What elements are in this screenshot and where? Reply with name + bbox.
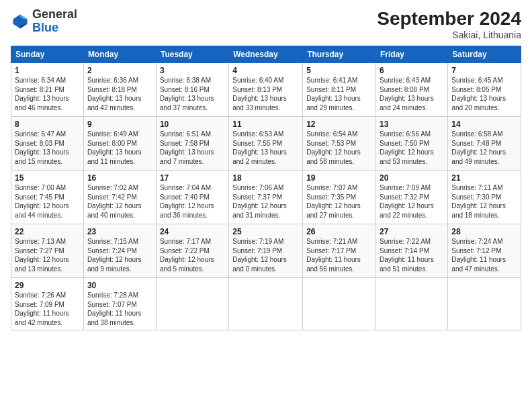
day-number: 14: [451, 120, 517, 129]
day-info: Sunrise: 7:07 AM Sunset: 7:35 PM Dayligh…: [306, 183, 372, 220]
logo-icon: [11, 12, 30, 31]
day-info: Sunrise: 6:41 AM Sunset: 8:11 PM Dayligh…: [306, 76, 372, 112]
day-number: 17: [160, 173, 225, 183]
day-info: Sunrise: 6:53 AM Sunset: 7:55 PM Dayligh…: [232, 130, 299, 166]
day-info: Sunrise: 6:54 AM Sunset: 7:53 PM Dayligh…: [306, 130, 372, 166]
day-info: Sunrise: 7:13 AM Sunset: 7:27 PM Dayligh…: [15, 237, 80, 273]
logo-general: General: [32, 7, 77, 21]
day-info: Sunrise: 7:26 AM Sunset: 7:09 PM Dayligh…: [15, 291, 80, 327]
month-title: September 2024: [377, 8, 521, 30]
day-number: 26: [306, 227, 372, 236]
day-info: Sunrise: 6:45 AM Sunset: 8:05 PM Dayligh…: [451, 76, 517, 112]
day-number: 4: [232, 66, 299, 75]
logo: General Blue: [11, 8, 77, 35]
day-number: 20: [380, 173, 444, 183]
day-info: Sunrise: 6:43 AM Sunset: 8:08 PM Dayligh…: [380, 76, 444, 112]
calendar-cell: 9Sunrise: 6:49 AM Sunset: 8:00 PM Daylig…: [83, 117, 156, 171]
calendar-cell: 22Sunrise: 7:13 AM Sunset: 7:27 PM Dayli…: [11, 224, 84, 278]
calendar-cell: 23Sunrise: 7:15 AM Sunset: 7:24 PM Dayli…: [83, 224, 156, 278]
day-info: Sunrise: 7:17 AM Sunset: 7:22 PM Dayligh…: [160, 237, 225, 273]
day-number: 13: [380, 120, 444, 129]
calendar-week-row: 8Sunrise: 6:47 AM Sunset: 8:03 PM Daylig…: [11, 117, 521, 171]
calendar-cell: 27Sunrise: 7:22 AM Sunset: 7:14 PM Dayli…: [376, 224, 448, 278]
day-info: Sunrise: 7:11 AM Sunset: 7:30 PM Dayligh…: [451, 183, 517, 220]
day-info: Sunrise: 6:36 AM Sunset: 8:18 PM Dayligh…: [87, 76, 152, 112]
calendar-cell: 21Sunrise: 7:11 AM Sunset: 7:30 PM Dayli…: [448, 171, 521, 224]
day-number: 29: [15, 281, 80, 290]
calendar-day-header: Friday: [376, 46, 448, 63]
calendar-day-header: Thursday: [303, 46, 376, 63]
day-number: 27: [380, 227, 444, 236]
calendar-cell: 28Sunrise: 7:24 AM Sunset: 7:12 PM Dayli…: [448, 224, 521, 278]
calendar-day-header: Tuesday: [156, 46, 228, 63]
day-info: Sunrise: 7:09 AM Sunset: 7:32 PM Dayligh…: [380, 183, 444, 220]
calendar-day-header: Wednesday: [229, 46, 303, 63]
day-info: Sunrise: 6:47 AM Sunset: 8:03 PM Dayligh…: [15, 130, 80, 166]
header: General Blue September 2024 Sakiai, Lith…: [11, 8, 521, 40]
day-info: Sunrise: 7:04 AM Sunset: 7:40 PM Dayligh…: [160, 183, 225, 220]
day-number: 25: [232, 227, 299, 236]
calendar-cell: [156, 278, 228, 330]
calendar-cell: 5Sunrise: 6:41 AM Sunset: 8:11 PM Daylig…: [303, 63, 376, 117]
day-number: 5: [306, 66, 372, 75]
calendar-cell: 15Sunrise: 7:00 AM Sunset: 7:45 PM Dayli…: [11, 171, 84, 224]
calendar-week-row: 15Sunrise: 7:00 AM Sunset: 7:45 PM Dayli…: [11, 171, 521, 224]
day-info: Sunrise: 6:51 AM Sunset: 7:58 PM Dayligh…: [160, 130, 225, 166]
calendar-cell: 8Sunrise: 6:47 AM Sunset: 8:03 PM Daylig…: [11, 117, 84, 171]
calendar-cell: 10Sunrise: 6:51 AM Sunset: 7:58 PM Dayli…: [156, 117, 228, 171]
calendar-cell: 24Sunrise: 7:17 AM Sunset: 7:22 PM Dayli…: [156, 224, 228, 278]
calendar-cell: 18Sunrise: 7:06 AM Sunset: 7:37 PM Dayli…: [229, 171, 303, 224]
day-number: 3: [160, 66, 225, 75]
day-info: Sunrise: 7:02 AM Sunset: 7:42 PM Dayligh…: [87, 183, 152, 220]
calendar-cell: [229, 278, 303, 330]
logo-text: General Blue: [32, 8, 77, 35]
day-number: 24: [160, 227, 225, 236]
calendar-day-header: Saturday: [448, 46, 521, 63]
day-info: Sunrise: 6:40 AM Sunset: 8:13 PM Dayligh…: [232, 76, 299, 112]
day-number: 6: [380, 66, 444, 75]
calendar-cell: 14Sunrise: 6:58 AM Sunset: 7:48 PM Dayli…: [448, 117, 521, 171]
calendar-week-row: 22Sunrise: 7:13 AM Sunset: 7:27 PM Dayli…: [11, 224, 521, 278]
day-number: 28: [451, 227, 517, 236]
calendar-cell: 11Sunrise: 6:53 AM Sunset: 7:55 PM Dayli…: [229, 117, 303, 171]
day-info: Sunrise: 6:38 AM Sunset: 8:16 PM Dayligh…: [160, 76, 225, 112]
calendar-cell: 6Sunrise: 6:43 AM Sunset: 8:08 PM Daylig…: [376, 63, 448, 117]
day-number: 9: [87, 120, 152, 129]
day-number: 16: [87, 173, 152, 183]
calendar-cell: 4Sunrise: 6:40 AM Sunset: 8:13 PM Daylig…: [229, 63, 303, 117]
calendar-table: SundayMondayTuesdayWednesdayThursdayFrid…: [11, 46, 521, 330]
calendar-cell: 30Sunrise: 7:28 AM Sunset: 7:07 PM Dayli…: [83, 278, 156, 330]
page: General Blue September 2024 Sakiai, Lith…: [0, 0, 532, 411]
calendar-cell: 16Sunrise: 7:02 AM Sunset: 7:42 PM Dayli…: [83, 171, 156, 224]
calendar-day-header: Sunday: [11, 46, 84, 63]
calendar-cell: [376, 278, 448, 330]
day-info: Sunrise: 7:00 AM Sunset: 7:45 PM Dayligh…: [15, 183, 80, 220]
day-info: Sunrise: 6:58 AM Sunset: 7:48 PM Dayligh…: [451, 130, 517, 166]
calendar-cell: [448, 278, 521, 330]
day-info: Sunrise: 6:56 AM Sunset: 7:50 PM Dayligh…: [380, 130, 444, 166]
calendar-week-row: 29Sunrise: 7:26 AM Sunset: 7:09 PM Dayli…: [11, 278, 521, 330]
calendar-cell: 29Sunrise: 7:26 AM Sunset: 7:09 PM Dayli…: [11, 278, 84, 330]
location: Sakiai, Lithuania: [377, 30, 521, 40]
calendar-cell: 13Sunrise: 6:56 AM Sunset: 7:50 PM Dayli…: [376, 117, 448, 171]
calendar-cell: [303, 278, 376, 330]
calendar-cell: 2Sunrise: 6:36 AM Sunset: 8:18 PM Daylig…: [83, 63, 156, 117]
day-info: Sunrise: 6:49 AM Sunset: 8:00 PM Dayligh…: [87, 130, 152, 166]
day-info: Sunrise: 7:15 AM Sunset: 7:24 PM Dayligh…: [87, 237, 152, 273]
day-info: Sunrise: 7:19 AM Sunset: 7:19 PM Dayligh…: [232, 237, 299, 273]
day-number: 11: [232, 120, 299, 129]
day-number: 7: [451, 66, 517, 75]
calendar-cell: 3Sunrise: 6:38 AM Sunset: 8:16 PM Daylig…: [156, 63, 228, 117]
day-info: Sunrise: 7:21 AM Sunset: 7:17 PM Dayligh…: [306, 237, 372, 273]
day-number: 10: [160, 120, 225, 129]
day-info: Sunrise: 6:34 AM Sunset: 8:21 PM Dayligh…: [15, 76, 80, 112]
day-number: 21: [451, 173, 517, 183]
logo-blue: Blue: [32, 21, 58, 34]
calendar-header-row: SundayMondayTuesdayWednesdayThursdayFrid…: [11, 46, 521, 63]
day-info: Sunrise: 7:28 AM Sunset: 7:07 PM Dayligh…: [87, 291, 152, 327]
calendar-week-row: 1Sunrise: 6:34 AM Sunset: 8:21 PM Daylig…: [11, 63, 521, 117]
day-number: 22: [15, 227, 80, 236]
calendar-cell: 1Sunrise: 6:34 AM Sunset: 8:21 PM Daylig…: [11, 63, 84, 117]
day-number: 15: [15, 173, 80, 183]
calendar-cell: 19Sunrise: 7:07 AM Sunset: 7:35 PM Dayli…: [303, 171, 376, 224]
